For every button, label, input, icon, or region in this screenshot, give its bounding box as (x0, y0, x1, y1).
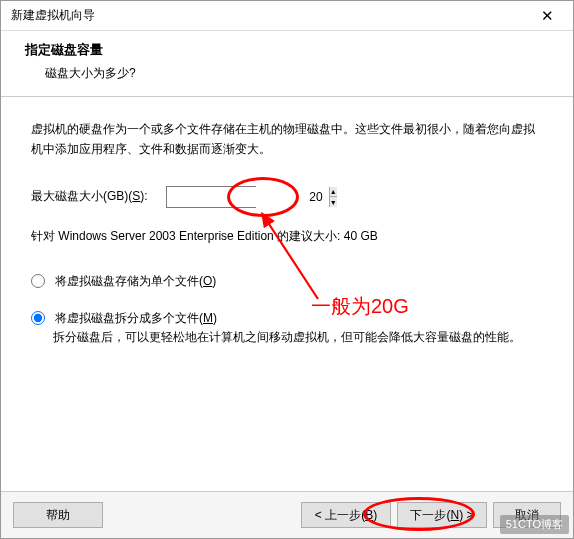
wizard-header: 指定磁盘容量 磁盘大小为多少? (1, 31, 573, 97)
recommended-size-text: 针对 Windows Server 2003 Enterprise Editio… (31, 228, 543, 245)
next-button[interactable]: 下一步(N) > (397, 502, 487, 528)
back-button[interactable]: < 上一步(B) (301, 502, 391, 528)
help-button[interactable]: 帮助 (13, 502, 103, 528)
titlebar: 新建虚拟机向导 ✕ (1, 1, 573, 31)
disk-size-spinner[interactable]: ▲ ▼ (166, 186, 256, 208)
disk-storage-radiogroup: 将虚拟磁盘存储为单个文件(O) 将虚拟磁盘拆分成多个文件(M) 拆分磁盘后，可以… (31, 273, 543, 347)
radio-split-files[interactable]: 将虚拟磁盘拆分成多个文件(M) (31, 310, 543, 327)
wizard-content: 虚拟机的硬盘作为一个或多个文件存储在主机的物理磁盘中。这些文件最初很小，随着您向… (1, 97, 573, 491)
cancel-button[interactable]: 取消 (493, 502, 561, 528)
radio2-prefix: 将虚拟磁盘拆分成多个文件( (55, 311, 203, 325)
wizard-footer: 帮助 < 上一步(B) 下一步(N) > 取消 (1, 491, 573, 538)
radio-split-files-label: 将虚拟磁盘拆分成多个文件(M) (55, 310, 217, 327)
header-heading: 指定磁盘容量 (25, 41, 555, 59)
radio-single-file-input[interactable] (31, 274, 45, 288)
disk-size-label-suffix: ): (140, 189, 147, 203)
next-prefix: 下一步( (410, 508, 450, 522)
radio1-suffix: ) (212, 274, 216, 288)
radio-single-file[interactable]: 将虚拟磁盘存储为单个文件(O) (31, 273, 543, 290)
radio-split-files-desc: 拆分磁盘后，可以更轻松地在计算机之间移动虚拟机，但可能会降低大容量磁盘的性能。 (53, 327, 543, 347)
back-key: B (365, 508, 373, 522)
window-title: 新建虚拟机向导 (11, 7, 95, 24)
spinner-up-button[interactable]: ▲ (330, 187, 337, 198)
spinner-buttons: ▲ ▼ (329, 187, 337, 207)
close-button[interactable]: ✕ (527, 4, 567, 28)
back-suffix: ) (373, 508, 377, 522)
disk-size-input[interactable] (167, 187, 329, 207)
radio2-suffix: ) (213, 311, 217, 325)
radio-single-file-label: 将虚拟磁盘存储为单个文件(O) (55, 273, 216, 290)
radio-split-files-input[interactable] (31, 311, 45, 325)
next-suffix: ) > (459, 508, 473, 522)
radio2-key: M (203, 311, 213, 325)
next-key: N (450, 508, 459, 522)
header-sub: 磁盘大小为多少? (45, 65, 555, 82)
disk-size-label: 最大磁盘大小(GB)(S): (31, 188, 148, 205)
wizard-window: 新建虚拟机向导 ✕ 指定磁盘容量 磁盘大小为多少? 虚拟机的硬盘作为一个或多个文… (0, 0, 574, 539)
radio1-prefix: 将虚拟磁盘存储为单个文件( (55, 274, 203, 288)
intro-text: 虚拟机的硬盘作为一个或多个文件存储在主机的物理磁盘中。这些文件最初很小，随着您向… (31, 119, 543, 160)
back-prefix: < 上一步( (315, 508, 365, 522)
disk-size-row: 最大磁盘大小(GB)(S): ▲ ▼ (31, 186, 543, 208)
disk-size-label-prefix: 最大磁盘大小(GB)( (31, 189, 132, 203)
spinner-down-button[interactable]: ▼ (330, 197, 337, 207)
radio1-key: O (203, 274, 212, 288)
